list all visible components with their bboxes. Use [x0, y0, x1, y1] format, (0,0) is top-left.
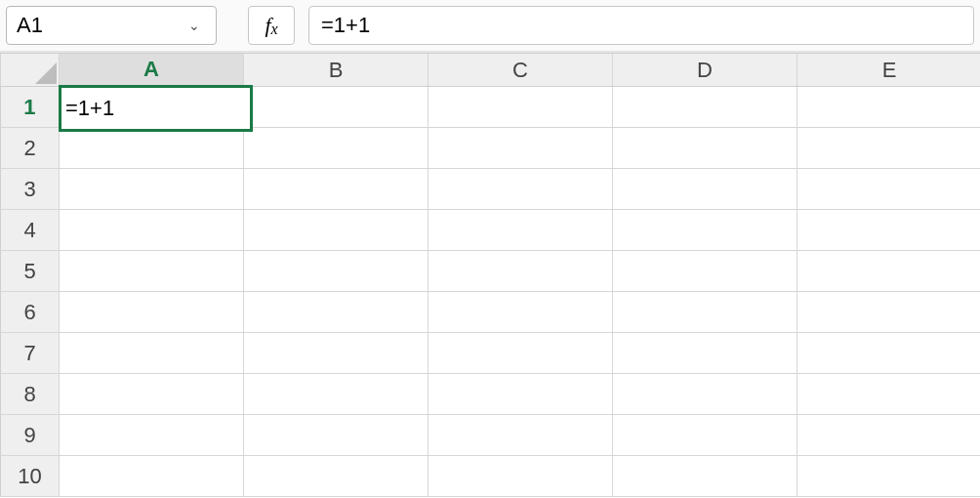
row-8: 8 [1, 374, 981, 415]
cell-C4[interactable] [429, 210, 613, 251]
cell-B6[interactable] [244, 292, 429, 333]
cell-B4[interactable] [244, 210, 429, 251]
select-all-corner[interactable] [1, 54, 60, 87]
cell-C7[interactable] [429, 333, 613, 374]
cell-B10[interactable] [244, 456, 429, 497]
row-9: 9 [1, 415, 981, 456]
column-header-C[interactable]: C [429, 54, 613, 87]
cell-D8[interactable] [613, 374, 797, 415]
cell-E2[interactable] [797, 128, 981, 169]
cell-E7[interactable] [797, 333, 981, 374]
cell-A7[interactable] [60, 333, 244, 374]
column-header-D[interactable]: D [613, 54, 797, 87]
cell-E1[interactable] [797, 87, 981, 128]
cell-A9[interactable] [60, 415, 244, 456]
cell-C1[interactable] [429, 87, 613, 128]
cell-B8[interactable] [244, 374, 429, 415]
cell-B1[interactable] [244, 87, 429, 128]
cell-A8[interactable] [60, 374, 244, 415]
cell-C2[interactable] [429, 128, 613, 169]
svg-marker-0 [35, 62, 57, 84]
row-header-3[interactable]: 3 [1, 169, 60, 210]
row-10: 10 [1, 456, 981, 497]
cell-D1[interactable] [613, 87, 797, 128]
cell-B7[interactable] [244, 333, 429, 374]
row-header-4[interactable]: 4 [1, 210, 60, 251]
cell-E5[interactable] [797, 251, 981, 292]
cell-D4[interactable] [613, 210, 797, 251]
cell-editor-input[interactable] [61, 88, 250, 129]
cell-E4[interactable] [797, 210, 981, 251]
cell-E8[interactable] [797, 374, 981, 415]
column-header-B[interactable]: B [244, 54, 429, 87]
row-header-7[interactable]: 7 [1, 333, 60, 374]
column-header-E[interactable]: E [797, 54, 981, 87]
row-header-10[interactable]: 10 [1, 456, 60, 497]
cell-B3[interactable] [244, 169, 429, 210]
cell-E10[interactable] [797, 456, 981, 497]
name-box-chevron-icon[interactable]: ⌄ [183, 18, 206, 33]
cell-E9[interactable] [797, 415, 981, 456]
cell-B5[interactable] [244, 251, 429, 292]
row-header-5[interactable]: 5 [1, 251, 60, 292]
column-header-row: A B C D E [1, 54, 981, 87]
cell-D5[interactable] [613, 251, 797, 292]
cell-D10[interactable] [613, 456, 797, 497]
cell-A4[interactable] [60, 210, 244, 251]
cell-D7[interactable] [613, 333, 797, 374]
row-4: 4 [1, 210, 981, 251]
fx-icon[interactable]: fx [248, 6, 295, 45]
row-header-2[interactable]: 2 [1, 128, 60, 169]
row-header-6[interactable]: 6 [1, 292, 60, 333]
name-box-input[interactable] [7, 7, 183, 44]
cell-C6[interactable] [429, 292, 613, 333]
cell-D9[interactable] [613, 415, 797, 456]
row-5: 5 [1, 251, 981, 292]
cell-D3[interactable] [613, 169, 797, 210]
cell-C10[interactable] [429, 456, 613, 497]
row-3: 3 [1, 169, 981, 210]
cell-D2[interactable] [613, 128, 797, 169]
column-header-A[interactable]: A [60, 54, 244, 87]
row-6: 6 [1, 292, 981, 333]
row-2: 2 [1, 128, 981, 169]
cell-A2[interactable] [60, 128, 244, 169]
cell-C5[interactable] [429, 251, 613, 292]
cell-C3[interactable] [429, 169, 613, 210]
cell-C9[interactable] [429, 415, 613, 456]
active-cell-overlay[interactable] [59, 85, 253, 132]
cell-B2[interactable] [244, 128, 429, 169]
row-7: 7 [1, 333, 981, 374]
cell-D6[interactable] [613, 292, 797, 333]
cell-E6[interactable] [797, 292, 981, 333]
row-header-1[interactable]: 1 [1, 87, 60, 128]
row-header-8[interactable]: 8 [1, 374, 60, 415]
select-all-triangle-icon [35, 62, 57, 84]
cell-A10[interactable] [60, 456, 244, 497]
fx-sub: x [271, 21, 278, 38]
formula-input[interactable] [308, 6, 974, 45]
cell-C8[interactable] [429, 374, 613, 415]
formula-bar-row: ⌄ fx [0, 0, 980, 51]
cell-A6[interactable] [60, 292, 244, 333]
grid-body: 1 2 3 4 5 [1, 87, 981, 497]
cell-A3[interactable] [60, 169, 244, 210]
name-box-wrapper[interactable]: ⌄ [6, 6, 217, 45]
row-header-9[interactable]: 9 [1, 415, 60, 456]
cell-B9[interactable] [244, 415, 429, 456]
cell-A5[interactable] [60, 251, 244, 292]
cell-E3[interactable] [797, 169, 981, 210]
spreadsheet-grid[interactable]: A B C D E 1 2 3 [0, 53, 980, 498]
